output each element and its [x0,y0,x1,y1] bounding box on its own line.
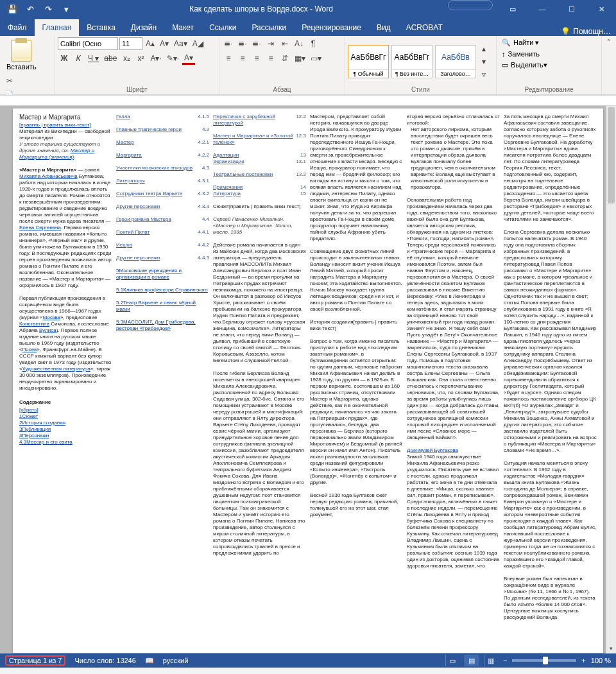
superscript-button[interactable]: x² [134,52,147,65]
align-right-button[interactable]: ≡ [250,52,263,65]
ribbon-display-options[interactable]: ▭ [498,0,527,18]
minimize-button[interactable]: — [527,0,557,18]
increase-indent-button[interactable]: ⇤ [278,37,291,50]
text-effects-button[interactable]: A▾· [148,52,163,65]
bold-button[interactable]: Ж [58,52,71,65]
maximize-button[interactable]: ☐ [557,0,586,18]
grow-font-button[interactable]: A▴ [144,37,157,50]
document-page[interactable]: Мастер и Маргарита [править | править ви… [13,108,603,653]
window-title: Как сделать шпоры в Ворде.docx - Word [74,4,448,13]
highlight-button[interactable]: ✎▾· [165,52,181,65]
tab-references[interactable]: Ссылки [201,19,244,36]
shading-button[interactable]: ▦▾ [293,52,307,65]
font-color-button[interactable]: A▾ [182,52,195,65]
tab-view[interactable]: Вид [369,19,398,36]
style-no-spacing[interactable]: АаБбВвГг ¶ Без инте… [391,45,432,78]
page-indicator[interactable]: Страница 1 из 7 [5,655,65,666]
tab-home[interactable]: Главная [35,19,80,36]
undo-button[interactable]: ↶ [22,1,38,17]
user-badge[interactable] [448,0,493,10]
horizontal-ruler[interactable] [0,96,616,106]
zoom-in-button[interactable]: + [581,657,585,664]
tab-insert[interactable]: Вставка [79,19,123,36]
print-layout-button[interactable]: ▤ [465,655,479,666]
clipboard-icon [11,40,31,62]
doc-heading: Мастер и Маргарита [19,114,112,122]
save-button[interactable]: 💾 [4,1,21,17]
sort-button[interactable]: A↓ [293,37,305,50]
group-editing-label: Редактирование [499,85,599,93]
underline-button[interactable]: Ч ▾ [86,52,101,65]
redo-button[interactable]: ↷ [40,1,56,17]
line-spacing-button[interactable]: ⇵ [278,52,291,65]
bullets-button[interactable]: ≣· [222,37,235,50]
vertical-scrollbar[interactable]: ▴ ▾ [606,106,616,653]
style-normal[interactable]: АаБбВвГг ¶ Обычный [348,45,389,78]
tell-me[interactable]: 💡 Помощн… [561,27,611,36]
change-case-button[interactable]: Aa▾ [172,37,189,50]
group-paragraph-label: Абзац [222,85,342,93]
read-mode-button[interactable]: ▭ [445,655,459,666]
style-heading1[interactable]: АаБбВв Заголово… [435,45,476,78]
numbering-button[interactable]: ≣· [236,37,249,50]
tab-acrobat[interactable]: ACROBAT [398,19,450,36]
replace-button[interactable]: ↕ Заменить [499,49,542,59]
scroll-down-button[interactable]: ▾ [606,643,616,653]
collapse-ribbon-button[interactable]: ˄ [602,36,616,94]
align-center-button[interactable]: ≡ [236,52,249,65]
zoom-level[interactable]: 100 % [591,657,611,664]
tab-layout[interactable]: Макет [164,19,201,36]
scroll-thumb[interactable] [608,107,615,203]
font-name-select[interactable] [58,37,118,50]
tab-mailings[interactable]: Рассылки [244,19,294,36]
language-indicator[interactable]: русский [163,657,188,664]
paste-button[interactable]: Вставить [3,37,40,73]
font-size-select[interactable] [119,37,142,50]
tab-review[interactable]: Рецензирование [294,19,369,36]
cut-button[interactable]: ✂ [3,74,16,87]
tab-design[interactable]: Дизайн [123,19,164,36]
zoom-slider[interactable] [512,659,576,662]
ribbon-tabs: Файл Главная Вставка Дизайн Макет Ссылки… [0,18,616,36]
show-marks-button[interactable]: ¶ [307,37,320,50]
close-button[interactable]: ✕ [586,0,616,18]
zoom-out-button[interactable]: − [503,657,507,664]
word-count[interactable]: Число слов: 13246 [74,657,135,664]
subscript-button[interactable]: x₂ [120,52,133,65]
strikethrough-button[interactable]: abe [102,52,119,65]
qat-customize[interactable]: ▾ [58,1,74,17]
borders-button[interactable]: ▭▾ [309,52,323,65]
group-font-label: Шрифт [58,85,216,93]
multilevel-list-button[interactable]: ≣· [250,37,263,50]
styles-scroll-up[interactable]: ▴ [477,42,490,55]
toc-heading: Содержание [19,399,112,406]
group-styles-label: Стили [348,85,493,93]
decrease-indent-button[interactable]: ⇥ [264,37,277,50]
align-left-button[interactable]: ≡ [222,52,235,65]
styles-scroll-down[interactable]: ▾ [477,55,490,68]
proofing-icon[interactable]: 📖 [145,657,154,665]
styles-expand[interactable]: ▿ [477,68,490,81]
shrink-font-button[interactable]: A▾ [158,37,171,50]
tab-file[interactable]: Файл [0,19,35,36]
italic-button[interactable]: К [72,52,85,65]
select-button[interactable]: ▭ Выделить▾ [499,60,550,71]
find-button[interactable]: 🔍 Найти ▾ [499,37,542,48]
edit-links: [править | править вики-текст] [19,122,112,128]
web-layout-button[interactable]: ▥ [484,655,498,666]
clear-formatting-button[interactable]: A◢ [191,37,205,50]
justify-button[interactable]: ≡ [264,52,277,65]
